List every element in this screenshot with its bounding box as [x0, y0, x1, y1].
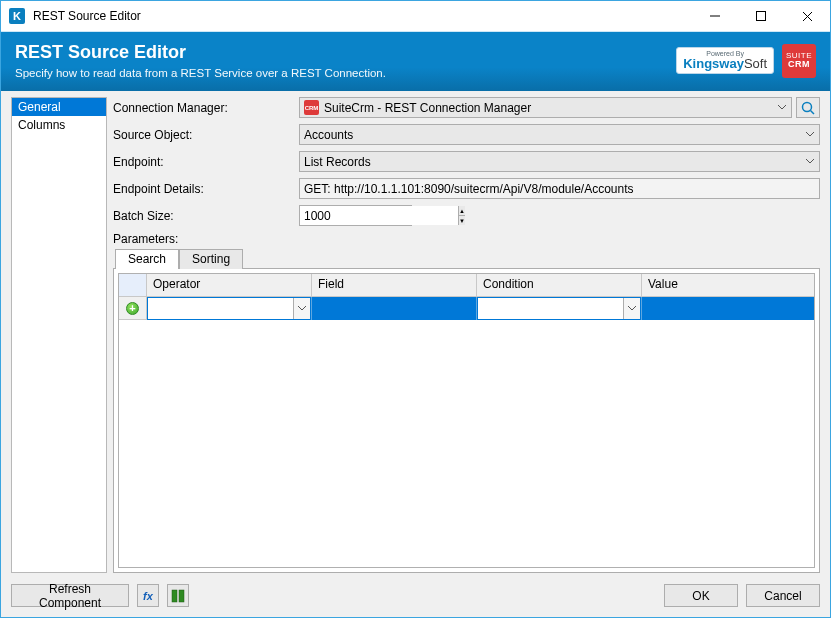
minimize-icon — [710, 11, 720, 21]
chevron-down-icon — [623, 298, 640, 319]
nav-item-general[interactable]: General — [12, 98, 106, 116]
add-row-icon: + — [126, 302, 139, 315]
maximize-icon — [756, 11, 766, 21]
endpoint-label: Endpoint: — [113, 155, 293, 169]
banner-subtitle: Specify how to read data from a REST Ser… — [15, 67, 676, 79]
side-nav: General Columns — [11, 97, 107, 573]
svg-rect-1 — [757, 12, 766, 21]
col-condition[interactable]: Condition — [477, 274, 642, 296]
batch-size-label: Batch Size: — [113, 209, 293, 223]
source-object-value: Accounts — [304, 128, 801, 142]
endpoint-select[interactable]: List Records — [299, 151, 820, 172]
field-cell[interactable] — [312, 297, 477, 320]
source-object-label: Source Object: — [113, 128, 293, 142]
kingswaysoft-logo: Powered By KingswaySoft — [676, 47, 774, 74]
cancel-button[interactable]: Cancel — [746, 584, 820, 607]
window-title: REST Source Editor — [33, 9, 692, 23]
chevron-down-icon — [801, 152, 819, 171]
ok-button[interactable]: OK — [664, 584, 738, 607]
parameters-label: Parameters: — [113, 232, 178, 246]
svg-line-5 — [811, 110, 815, 114]
banner-logos: Powered By KingswaySoft SUITE CRM — [676, 44, 816, 78]
operator-cell-editor[interactable] — [148, 298, 310, 319]
svg-rect-6 — [172, 590, 177, 602]
banner-text: REST Source Editor Specify how to read d… — [15, 42, 676, 79]
connection-manager-select[interactable]: CRM SuiteCrm - REST Connection Manager — [299, 97, 792, 118]
brand-part2: Soft — [744, 56, 767, 71]
grid-new-row[interactable]: + — [119, 297, 814, 320]
value-cell[interactable] — [642, 297, 814, 320]
close-button[interactable] — [784, 1, 830, 31]
suitecrm-icon: CRM — [304, 100, 319, 115]
maximize-button[interactable] — [738, 1, 784, 31]
col-field[interactable]: Field — [312, 274, 477, 296]
batch-size-input[interactable]: ▲ ▼ — [299, 205, 412, 226]
grid-container: Operator Field Condition Value + — [113, 268, 820, 573]
browse-connection-button[interactable] — [796, 97, 820, 118]
chevron-down-icon — [293, 298, 310, 319]
magnifier-icon — [801, 101, 815, 115]
tab-sorting[interactable]: Sorting — [179, 249, 243, 269]
spin-down-button[interactable]: ▼ — [459, 216, 465, 225]
properties-icon — [171, 589, 185, 603]
row-header[interactable]: + — [119, 297, 147, 320]
svg-rect-7 — [179, 590, 184, 602]
minimize-button[interactable] — [692, 1, 738, 31]
col-operator[interactable]: Operator — [147, 274, 312, 296]
form-area: Connection Manager: CRM SuiteCrm - REST … — [113, 97, 820, 573]
brand-part1: Kingsway — [683, 56, 744, 71]
close-icon — [802, 11, 813, 22]
endpoint-details-label: Endpoint Details: — [113, 182, 293, 196]
batch-size-value[interactable] — [300, 206, 458, 225]
grid-row-header-corner — [119, 274, 147, 296]
refresh-component-button[interactable]: Refresh Component — [11, 584, 129, 607]
tabstrip: Search Sorting — [113, 248, 820, 268]
chevron-down-icon — [773, 98, 791, 117]
parameters-panel: Search Sorting Operator Field Condition … — [113, 248, 820, 573]
source-object-select[interactable]: Accounts — [299, 124, 820, 145]
banner-title: REST Source Editor — [15, 42, 676, 63]
chevron-down-icon — [801, 125, 819, 144]
endpoint-details-field: GET: http://10.1.1.101:8090/suitecrm/Api… — [299, 178, 820, 199]
connection-manager-label: Connection Manager: — [113, 101, 293, 115]
connection-manager-value: SuiteCrm - REST Connection Manager — [324, 101, 773, 115]
endpoint-details-value: GET: http://10.1.1.101:8090/suitecrm/Api… — [304, 182, 819, 196]
window-root: K REST Source Editor REST Source Editor … — [0, 0, 831, 618]
col-value[interactable]: Value — [642, 274, 814, 296]
nav-item-columns[interactable]: Columns — [12, 116, 106, 134]
svg-point-4 — [803, 102, 812, 111]
suitecrm-logo: SUITE CRM — [782, 44, 816, 78]
endpoint-value: List Records — [304, 155, 801, 169]
body: General Columns Connection Manager: CRM … — [1, 91, 830, 573]
grid-header: Operator Field Condition Value — [119, 274, 814, 297]
spin-up-button[interactable]: ▲ — [459, 206, 465, 216]
properties-button[interactable] — [167, 584, 189, 607]
suite-label-2: CRM — [788, 60, 810, 69]
expression-button[interactable]: fx — [137, 584, 159, 607]
parameters-grid: Operator Field Condition Value + — [118, 273, 815, 568]
app-icon: K — [9, 8, 25, 24]
tab-search[interactable]: Search — [115, 249, 179, 269]
footer: Refresh Component fx OK Cancel — [1, 573, 830, 617]
condition-cell-editor[interactable] — [478, 298, 640, 319]
banner: REST Source Editor Specify how to read d… — [1, 31, 830, 91]
grid-empty-area — [119, 320, 814, 567]
titlebar: K REST Source Editor — [1, 1, 830, 31]
